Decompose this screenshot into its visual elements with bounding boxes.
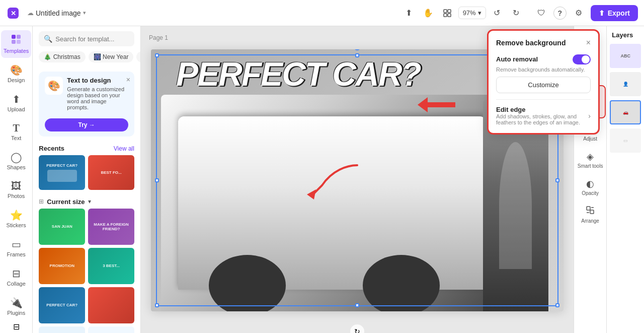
recents-grid: PERFECT CAR? BEST FO... <box>33 155 140 195</box>
export-label: Export <box>608 9 630 17</box>
sidebar-item-design[interactable]: 🎨 Design <box>1 60 31 87</box>
sidebar-item-shapes[interactable]: ◯ Shapes <box>1 147 31 174</box>
svg-rect-3 <box>448 10 451 13</box>
zoom-value: 97% <box>463 9 476 17</box>
canva-logo-icon[interactable]: ✕ <box>6 6 20 20</box>
size-thumb-3[interactable]: PROMOTION <box>39 248 85 284</box>
sidebar-item-plugins[interactable]: 🔌 Plugins <box>1 293 31 320</box>
template-thumb-2[interactable]: BEST FO... <box>88 155 134 190</box>
template-thumb-1[interactable]: PERFECT CAR? <box>39 155 85 190</box>
tag-newyear[interactable]: 🎆 New Year <box>89 51 134 62</box>
jeep-image-area <box>161 95 503 311</box>
sidebar-item-photos[interactable]: 🖼 Photos <box>1 176 31 203</box>
hand-tool-btn[interactable]: ✋ <box>420 5 436 21</box>
promo-image: 🎨 <box>45 77 63 95</box>
current-size-header[interactable]: ⊞ Current size ▾ <box>33 195 140 209</box>
arrange-tool[interactable]: Arrange <box>575 202 606 228</box>
plugins-icon: 🔌 <box>10 297 23 309</box>
reset-rotation-btn[interactable]: ↻ <box>350 324 364 333</box>
svg-rect-32 <box>590 210 594 214</box>
shapes-label: Shapes <box>7 164 26 170</box>
layer-item-person[interactable]: 👤 <box>610 72 641 96</box>
smart-tools-tool[interactable]: ◈ Smart tools <box>575 147 606 173</box>
sidebar-bottom-icon[interactable]: ⊟ <box>13 322 20 333</box>
zoom-control[interactable]: 97% ▾ <box>458 7 486 19</box>
popup-header: Remove background × <box>496 38 591 47</box>
arrange-icon <box>586 206 595 217</box>
frames-label: Frames <box>7 251 26 257</box>
auto-removal-toggle[interactable] <box>573 54 591 64</box>
size-grid: SAN JUAN MAKE A FOREIGN FRIEND? PROMOTIO… <box>33 209 140 333</box>
text-icon: T <box>13 122 20 134</box>
svg-marker-19 <box>418 97 455 112</box>
size-thumb-5[interactable]: PERFECT CAR? <box>39 287 85 323</box>
promo-try-button[interactable]: Try → <box>45 118 128 131</box>
templates-panel: 🔍 ⟳ 🎄 Christmas 🎆 New Year Mo... × 🎨 Tex… <box>33 26 141 333</box>
tag-christmas[interactable]: 🎄 Christmas <box>39 51 85 62</box>
customize-button[interactable]: Customize <box>496 77 591 93</box>
sidebar-item-collage[interactable]: ⊟ Collage <box>1 263 31 291</box>
size-thumb-4[interactable]: 3 BEST... <box>88 248 134 284</box>
text-label: Text <box>11 135 21 141</box>
adjust-label: Adjust <box>583 136 597 142</box>
search-box[interactable]: 🔍 ⟳ <box>39 31 134 46</box>
svg-rect-9 <box>17 40 21 44</box>
settings-icon[interactable]: ⚙ <box>571 5 587 21</box>
sidebar-item-frames[interactable]: ▭ Frames <box>1 234 31 261</box>
document-title-area[interactable]: ☁ Untitled image ▾ <box>27 9 86 17</box>
opacity-label: Opacity <box>582 190 599 196</box>
promo-close-btn[interactable]: × <box>126 76 130 84</box>
size-thumb-2[interactable]: MAKE A FOREIGN FRIEND? <box>88 209 134 245</box>
photos-icon: 🖼 <box>11 180 21 192</box>
pointer-tool-btn[interactable]: ⬆ <box>401 5 417 21</box>
opacity-icon: ◐ <box>586 178 594 189</box>
edit-edge-section[interactable]: Edit edge Add shadows, strokes, glow, an… <box>496 106 591 125</box>
redo-btn[interactable]: ↻ <box>508 5 524 21</box>
size-thumb-6[interactable] <box>88 287 134 323</box>
current-size-chevron-icon: ▾ <box>88 198 91 205</box>
edit-edge-title: Edit edge <box>496 106 588 113</box>
arrange-label: Arrange <box>581 218 599 224</box>
edit-edge-desc: Add shadows, strokes, glow, and feathers… <box>496 113 588 125</box>
svg-rect-2 <box>444 10 447 13</box>
jeep-wheel-left <box>209 255 286 311</box>
size-thumb-7[interactable]: HARMONY HOME <box>39 326 85 333</box>
search-input[interactable] <box>55 35 140 43</box>
view-all-link[interactable]: View all <box>114 145 134 152</box>
collage-icon: ⊟ <box>12 268 21 280</box>
cloud-icon: ☁ <box>27 9 34 17</box>
svg-rect-5 <box>448 14 451 17</box>
layer-item-jeep[interactable]: 🚗 <box>610 100 641 124</box>
search-area: 🔍 ⟳ <box>33 26 140 51</box>
size-thumb-8[interactable]: Oral rinse <box>88 326 134 333</box>
stickers-label: Stickers <box>7 222 26 228</box>
shield-icon[interactable]: 🛡 <box>533 5 549 21</box>
popup-close-btn[interactable]: × <box>586 38 591 47</box>
promo-desc: Generate a customized design based on yo… <box>67 86 128 110</box>
upload-icon: ⬆ <box>12 93 21 105</box>
popup-title: Remove background <box>496 39 566 47</box>
person-body-shape <box>499 142 532 269</box>
sidebar-item-text[interactable]: T Text <box>1 118 31 145</box>
svg-rect-8 <box>12 40 16 44</box>
layer-item-text[interactable]: ABC <box>610 44 641 68</box>
photos-label: Photos <box>8 193 25 199</box>
help-icon[interactable]: ? <box>553 7 567 20</box>
layer-item-bg[interactable]: ▭ <box>610 128 641 153</box>
frames-icon: ▭ <box>12 238 21 250</box>
sidebar-item-stickers[interactable]: ⭐ Stickers <box>1 205 31 232</box>
topbar: ✕ ☁ Untitled image ▾ ⬆ ✋ 97% ▾ ↺ ↻ 🛡 ? ⚙… <box>0 0 644 26</box>
size-thumb-1[interactable]: SAN JUAN <box>39 209 85 245</box>
layers-title: Layers <box>607 26 644 42</box>
edit-edge-chevron-icon: › <box>588 112 591 120</box>
sidebar-item-templates[interactable]: Templates <box>1 30 31 58</box>
frame-tool-btn[interactable] <box>439 5 455 21</box>
undo-btn[interactable]: ↺ <box>489 5 505 21</box>
auto-removal-section: Auto removal Remove backgrounds automati… <box>496 54 591 93</box>
canvas-title-text: PERFECT CAR? <box>176 57 421 91</box>
layers-panel: Layers ABC 👤 🚗 ▭ <box>606 26 644 333</box>
tag-more[interactable]: Mo... <box>136 51 140 62</box>
opacity-tool[interactable]: ◐ Opacity <box>575 174 606 201</box>
export-button[interactable]: ⬆ Export <box>591 5 638 21</box>
sidebar-item-upload[interactable]: ⬆ Upload <box>1 89 31 116</box>
